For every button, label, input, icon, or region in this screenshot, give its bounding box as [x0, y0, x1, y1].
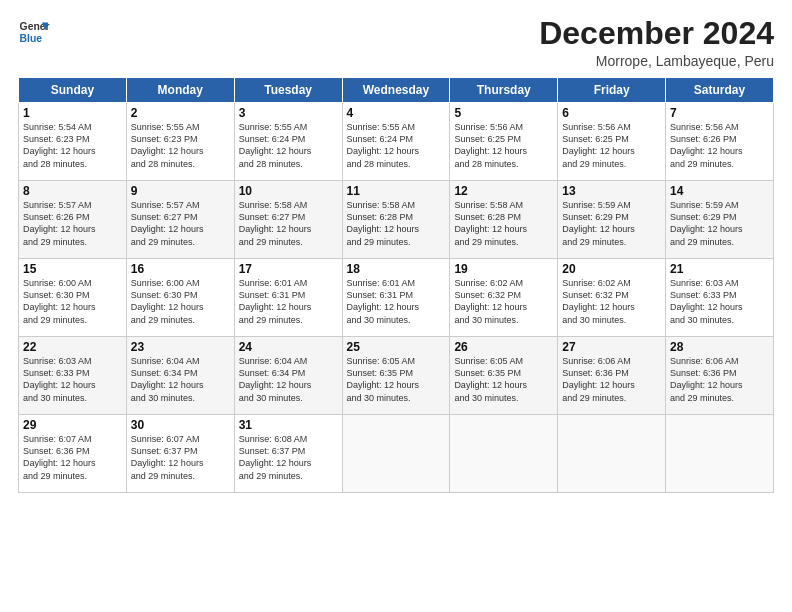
table-row: 23Sunrise: 6:04 AM Sunset: 6:34 PM Dayli… [126, 337, 234, 415]
day-number: 17 [239, 262, 338, 276]
table-row: 21Sunrise: 6:03 AM Sunset: 6:33 PM Dayli… [666, 259, 774, 337]
day-number: 1 [23, 106, 122, 120]
day-number: 13 [562, 184, 661, 198]
day-info: Sunrise: 6:02 AM Sunset: 6:32 PM Dayligh… [454, 277, 553, 326]
day-info: Sunrise: 6:06 AM Sunset: 6:36 PM Dayligh… [562, 355, 661, 404]
day-info: Sunrise: 5:54 AM Sunset: 6:23 PM Dayligh… [23, 121, 122, 170]
day-number: 6 [562, 106, 661, 120]
col-monday: Monday [126, 78, 234, 103]
calendar-week-row: 15Sunrise: 6:00 AM Sunset: 6:30 PM Dayli… [19, 259, 774, 337]
month-title: December 2024 [539, 16, 774, 51]
day-info: Sunrise: 6:05 AM Sunset: 6:35 PM Dayligh… [347, 355, 446, 404]
day-info: Sunrise: 6:06 AM Sunset: 6:36 PM Dayligh… [670, 355, 769, 404]
calendar-table: Sunday Monday Tuesday Wednesday Thursday… [18, 77, 774, 493]
day-number: 10 [239, 184, 338, 198]
day-number: 29 [23, 418, 122, 432]
table-row: 11Sunrise: 5:58 AM Sunset: 6:28 PM Dayli… [342, 181, 450, 259]
day-number: 11 [347, 184, 446, 198]
day-number: 3 [239, 106, 338, 120]
day-info: Sunrise: 6:05 AM Sunset: 6:35 PM Dayligh… [454, 355, 553, 404]
day-number: 5 [454, 106, 553, 120]
col-sunday: Sunday [19, 78, 127, 103]
day-info: Sunrise: 6:03 AM Sunset: 6:33 PM Dayligh… [670, 277, 769, 326]
calendar-week-row: 29Sunrise: 6:07 AM Sunset: 6:36 PM Dayli… [19, 415, 774, 493]
day-info: Sunrise: 5:56 AM Sunset: 6:25 PM Dayligh… [562, 121, 661, 170]
day-info: Sunrise: 6:04 AM Sunset: 6:34 PM Dayligh… [131, 355, 230, 404]
day-info: Sunrise: 6:03 AM Sunset: 6:33 PM Dayligh… [23, 355, 122, 404]
day-info: Sunrise: 5:55 AM Sunset: 6:24 PM Dayligh… [239, 121, 338, 170]
table-row: 3Sunrise: 5:55 AM Sunset: 6:24 PM Daylig… [234, 103, 342, 181]
table-row: 27Sunrise: 6:06 AM Sunset: 6:36 PM Dayli… [558, 337, 666, 415]
col-friday: Friday [558, 78, 666, 103]
table-row [342, 415, 450, 493]
day-info: Sunrise: 6:07 AM Sunset: 6:37 PM Dayligh… [131, 433, 230, 482]
table-row [450, 415, 558, 493]
day-number: 9 [131, 184, 230, 198]
day-info: Sunrise: 5:58 AM Sunset: 6:28 PM Dayligh… [454, 199, 553, 248]
day-info: Sunrise: 6:01 AM Sunset: 6:31 PM Dayligh… [347, 277, 446, 326]
table-row: 29Sunrise: 6:07 AM Sunset: 6:36 PM Dayli… [19, 415, 127, 493]
day-number: 12 [454, 184, 553, 198]
day-info: Sunrise: 5:57 AM Sunset: 6:27 PM Dayligh… [131, 199, 230, 248]
calendar-week-row: 8Sunrise: 5:57 AM Sunset: 6:26 PM Daylig… [19, 181, 774, 259]
day-number: 26 [454, 340, 553, 354]
table-row: 25Sunrise: 6:05 AM Sunset: 6:35 PM Dayli… [342, 337, 450, 415]
col-wednesday: Wednesday [342, 78, 450, 103]
table-row: 10Sunrise: 5:58 AM Sunset: 6:27 PM Dayli… [234, 181, 342, 259]
header: General Blue December 2024 Morrope, Lamb… [18, 16, 774, 69]
table-row: 9Sunrise: 5:57 AM Sunset: 6:27 PM Daylig… [126, 181, 234, 259]
day-info: Sunrise: 5:57 AM Sunset: 6:26 PM Dayligh… [23, 199, 122, 248]
table-row: 16Sunrise: 6:00 AM Sunset: 6:30 PM Dayli… [126, 259, 234, 337]
day-info: Sunrise: 5:55 AM Sunset: 6:23 PM Dayligh… [131, 121, 230, 170]
day-number: 14 [670, 184, 769, 198]
day-info: Sunrise: 6:07 AM Sunset: 6:36 PM Dayligh… [23, 433, 122, 482]
day-number: 16 [131, 262, 230, 276]
day-number: 7 [670, 106, 769, 120]
day-info: Sunrise: 5:56 AM Sunset: 6:26 PM Dayligh… [670, 121, 769, 170]
day-info: Sunrise: 6:00 AM Sunset: 6:30 PM Dayligh… [131, 277, 230, 326]
day-number: 31 [239, 418, 338, 432]
day-info: Sunrise: 5:59 AM Sunset: 6:29 PM Dayligh… [562, 199, 661, 248]
table-row: 13Sunrise: 5:59 AM Sunset: 6:29 PM Dayli… [558, 181, 666, 259]
day-info: Sunrise: 6:04 AM Sunset: 6:34 PM Dayligh… [239, 355, 338, 404]
table-row: 17Sunrise: 6:01 AM Sunset: 6:31 PM Dayli… [234, 259, 342, 337]
svg-text:Blue: Blue [20, 33, 43, 44]
day-info: Sunrise: 5:59 AM Sunset: 6:29 PM Dayligh… [670, 199, 769, 248]
col-tuesday: Tuesday [234, 78, 342, 103]
table-row [558, 415, 666, 493]
table-row: 24Sunrise: 6:04 AM Sunset: 6:34 PM Dayli… [234, 337, 342, 415]
table-row: 15Sunrise: 6:00 AM Sunset: 6:30 PM Dayli… [19, 259, 127, 337]
table-row: 4Sunrise: 5:55 AM Sunset: 6:24 PM Daylig… [342, 103, 450, 181]
day-info: Sunrise: 5:56 AM Sunset: 6:25 PM Dayligh… [454, 121, 553, 170]
page: General Blue December 2024 Morrope, Lamb… [0, 0, 792, 612]
table-row: 19Sunrise: 6:02 AM Sunset: 6:32 PM Dayli… [450, 259, 558, 337]
day-info: Sunrise: 5:58 AM Sunset: 6:28 PM Dayligh… [347, 199, 446, 248]
table-row: 28Sunrise: 6:06 AM Sunset: 6:36 PM Dayli… [666, 337, 774, 415]
day-number: 27 [562, 340, 661, 354]
day-info: Sunrise: 6:00 AM Sunset: 6:30 PM Dayligh… [23, 277, 122, 326]
day-number: 24 [239, 340, 338, 354]
day-number: 8 [23, 184, 122, 198]
logo-icon: General Blue [18, 16, 50, 48]
day-number: 18 [347, 262, 446, 276]
table-row: 14Sunrise: 5:59 AM Sunset: 6:29 PM Dayli… [666, 181, 774, 259]
day-info: Sunrise: 6:08 AM Sunset: 6:37 PM Dayligh… [239, 433, 338, 482]
table-row: 18Sunrise: 6:01 AM Sunset: 6:31 PM Dayli… [342, 259, 450, 337]
day-info: Sunrise: 5:55 AM Sunset: 6:24 PM Dayligh… [347, 121, 446, 170]
day-number: 4 [347, 106, 446, 120]
table-row: 2Sunrise: 5:55 AM Sunset: 6:23 PM Daylig… [126, 103, 234, 181]
day-number: 15 [23, 262, 122, 276]
day-number: 28 [670, 340, 769, 354]
table-row: 5Sunrise: 5:56 AM Sunset: 6:25 PM Daylig… [450, 103, 558, 181]
table-row: 30Sunrise: 6:07 AM Sunset: 6:37 PM Dayli… [126, 415, 234, 493]
calendar-week-row: 22Sunrise: 6:03 AM Sunset: 6:33 PM Dayli… [19, 337, 774, 415]
table-row [666, 415, 774, 493]
table-row: 8Sunrise: 5:57 AM Sunset: 6:26 PM Daylig… [19, 181, 127, 259]
col-thursday: Thursday [450, 78, 558, 103]
day-info: Sunrise: 5:58 AM Sunset: 6:27 PM Dayligh… [239, 199, 338, 248]
calendar-week-row: 1Sunrise: 5:54 AM Sunset: 6:23 PM Daylig… [19, 103, 774, 181]
calendar-header-row: Sunday Monday Tuesday Wednesday Thursday… [19, 78, 774, 103]
table-row: 20Sunrise: 6:02 AM Sunset: 6:32 PM Dayli… [558, 259, 666, 337]
day-number: 30 [131, 418, 230, 432]
day-number: 22 [23, 340, 122, 354]
